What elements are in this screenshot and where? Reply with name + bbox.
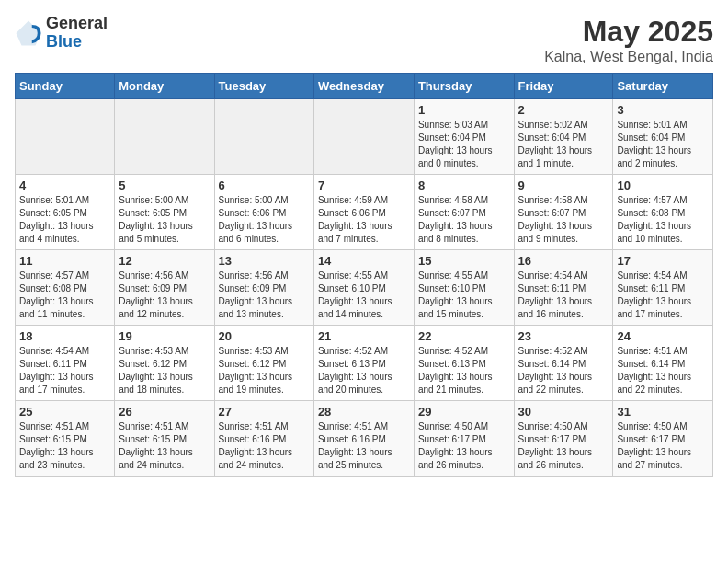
calendar-cell: 3Sunrise: 5:01 AM Sunset: 6:04 PM Daylig… bbox=[613, 99, 713, 175]
calendar-table: SundayMondayTuesdayWednesdayThursdayFrid… bbox=[15, 73, 713, 477]
day-info: Sunrise: 4:58 AM Sunset: 6:07 PM Dayligh… bbox=[518, 194, 609, 246]
calendar-cell: 10Sunrise: 4:57 AM Sunset: 6:08 PM Dayli… bbox=[613, 175, 713, 250]
day-info: Sunrise: 4:54 AM Sunset: 6:11 PM Dayligh… bbox=[518, 270, 609, 321]
calendar-cell: 14Sunrise: 4:55 AM Sunset: 6:10 PM Dayli… bbox=[313, 250, 414, 326]
calendar-cell: 18Sunrise: 4:54 AM Sunset: 6:11 PM Dayli… bbox=[16, 326, 115, 401]
day-info: Sunrise: 4:51 AM Sunset: 6:16 PM Dayligh… bbox=[219, 420, 310, 472]
day-number: 16 bbox=[518, 254, 609, 268]
calendar-cell: 5Sunrise: 5:00 AM Sunset: 6:05 PM Daylig… bbox=[115, 175, 214, 250]
calendar-cell: 17Sunrise: 4:54 AM Sunset: 6:11 PM Dayli… bbox=[613, 250, 713, 326]
day-number: 14 bbox=[318, 254, 410, 268]
calendar-cell: 7Sunrise: 4:59 AM Sunset: 6:06 PM Daylig… bbox=[313, 175, 414, 250]
calendar-cell: 26Sunrise: 4:51 AM Sunset: 6:15 PM Dayli… bbox=[115, 401, 214, 477]
day-number: 22 bbox=[418, 329, 510, 343]
day-number: 21 bbox=[318, 329, 410, 343]
day-info: Sunrise: 4:55 AM Sunset: 6:10 PM Dayligh… bbox=[318, 270, 410, 321]
day-number: 25 bbox=[19, 405, 110, 419]
logo-blue-text: Blue bbox=[46, 33, 108, 52]
day-number: 9 bbox=[518, 178, 609, 192]
day-number: 24 bbox=[617, 329, 709, 343]
day-info: Sunrise: 4:56 AM Sunset: 6:09 PM Dayligh… bbox=[119, 270, 210, 321]
calendar-cell bbox=[16, 99, 115, 175]
title-section: May 2025 Kalna, West Bengal, India bbox=[544, 15, 713, 65]
weekday-header-row: SundayMondayTuesdayWednesdayThursdayFrid… bbox=[16, 74, 713, 99]
day-info: Sunrise: 4:54 AM Sunset: 6:11 PM Dayligh… bbox=[617, 270, 709, 321]
logo: General Blue bbox=[15, 15, 108, 52]
calendar-cell: 8Sunrise: 4:58 AM Sunset: 6:07 PM Daylig… bbox=[414, 175, 514, 250]
logo-general: General bbox=[46, 15, 108, 33]
day-info: Sunrise: 5:03 AM Sunset: 6:04 PM Dayligh… bbox=[418, 119, 510, 170]
calendar-cell bbox=[115, 99, 214, 175]
day-info: Sunrise: 4:51 AM Sunset: 6:15 PM Dayligh… bbox=[119, 420, 210, 472]
day-info: Sunrise: 4:55 AM Sunset: 6:10 PM Dayligh… bbox=[418, 270, 510, 321]
day-number: 3 bbox=[617, 103, 709, 117]
day-number: 29 bbox=[418, 405, 510, 419]
calendar-cell: 19Sunrise: 4:53 AM Sunset: 6:12 PM Dayli… bbox=[115, 326, 214, 401]
calendar-cell: 20Sunrise: 4:53 AM Sunset: 6:12 PM Dayli… bbox=[214, 326, 313, 401]
calendar-cell: 9Sunrise: 4:58 AM Sunset: 6:07 PM Daylig… bbox=[514, 175, 613, 250]
calendar-cell: 22Sunrise: 4:52 AM Sunset: 6:13 PM Dayli… bbox=[414, 326, 514, 401]
calendar-cell: 28Sunrise: 4:51 AM Sunset: 6:16 PM Dayli… bbox=[313, 401, 414, 477]
day-number: 23 bbox=[518, 329, 609, 343]
calendar-cell: 25Sunrise: 4:51 AM Sunset: 6:15 PM Dayli… bbox=[16, 401, 115, 477]
logo-text: General Blue bbox=[46, 15, 108, 52]
calendar-cell: 2Sunrise: 5:02 AM Sunset: 6:04 PM Daylig… bbox=[514, 99, 613, 175]
day-info: Sunrise: 4:53 AM Sunset: 6:12 PM Dayligh… bbox=[219, 345, 310, 396]
day-info: Sunrise: 4:51 AM Sunset: 6:15 PM Dayligh… bbox=[19, 420, 110, 472]
day-number: 28 bbox=[318, 405, 410, 419]
day-info: Sunrise: 4:56 AM Sunset: 6:09 PM Dayligh… bbox=[219, 270, 310, 321]
day-number: 15 bbox=[418, 254, 510, 268]
day-info: Sunrise: 4:59 AM Sunset: 6:06 PM Dayligh… bbox=[318, 194, 410, 246]
header: General Blue May 2025 Kalna, West Bengal… bbox=[15, 15, 713, 65]
calendar-cell: 29Sunrise: 4:50 AM Sunset: 6:17 PM Dayli… bbox=[414, 401, 514, 477]
calendar-week-row: 1Sunrise: 5:03 AM Sunset: 6:04 PM Daylig… bbox=[16, 99, 713, 175]
calendar-cell: 30Sunrise: 4:50 AM Sunset: 6:17 PM Dayli… bbox=[514, 401, 613, 477]
day-info: Sunrise: 4:52 AM Sunset: 6:14 PM Dayligh… bbox=[518, 345, 609, 396]
day-number: 17 bbox=[617, 254, 709, 268]
weekday-header-wednesday: Wednesday bbox=[313, 74, 414, 99]
day-number: 19 bbox=[119, 329, 210, 343]
calendar-cell: 4Sunrise: 5:01 AM Sunset: 6:05 PM Daylig… bbox=[16, 175, 115, 250]
day-info: Sunrise: 5:00 AM Sunset: 6:06 PM Dayligh… bbox=[219, 194, 310, 246]
day-number: 4 bbox=[19, 178, 110, 192]
day-info: Sunrise: 4:54 AM Sunset: 6:11 PM Dayligh… bbox=[19, 345, 110, 396]
day-number: 11 bbox=[19, 254, 110, 268]
logo-icon bbox=[15, 19, 42, 47]
day-info: Sunrise: 4:52 AM Sunset: 6:13 PM Dayligh… bbox=[318, 345, 410, 396]
day-info: Sunrise: 4:53 AM Sunset: 6:12 PM Dayligh… bbox=[119, 345, 210, 396]
weekday-header-sunday: Sunday bbox=[16, 74, 115, 99]
day-info: Sunrise: 5:02 AM Sunset: 6:04 PM Dayligh… bbox=[518, 119, 609, 170]
svg-marker-0 bbox=[17, 20, 41, 45]
day-number: 2 bbox=[518, 103, 609, 117]
calendar-cell: 31Sunrise: 4:50 AM Sunset: 6:17 PM Dayli… bbox=[613, 401, 713, 477]
day-info: Sunrise: 4:57 AM Sunset: 6:08 PM Dayligh… bbox=[617, 194, 709, 246]
weekday-header-thursday: Thursday bbox=[414, 74, 514, 99]
weekday-header-tuesday: Tuesday bbox=[214, 74, 313, 99]
calendar-cell: 13Sunrise: 4:56 AM Sunset: 6:09 PM Dayli… bbox=[214, 250, 313, 326]
calendar-header: SundayMondayTuesdayWednesdayThursdayFrid… bbox=[16, 74, 713, 99]
day-info: Sunrise: 4:51 AM Sunset: 6:16 PM Dayligh… bbox=[318, 420, 410, 472]
calendar-cell: 11Sunrise: 4:57 AM Sunset: 6:08 PM Dayli… bbox=[16, 250, 115, 326]
day-number: 18 bbox=[19, 329, 110, 343]
day-info: Sunrise: 4:58 AM Sunset: 6:07 PM Dayligh… bbox=[418, 194, 510, 246]
calendar-week-row: 11Sunrise: 4:57 AM Sunset: 6:08 PM Dayli… bbox=[16, 250, 713, 326]
calendar-cell: 15Sunrise: 4:55 AM Sunset: 6:10 PM Dayli… bbox=[414, 250, 514, 326]
day-number: 8 bbox=[418, 178, 510, 192]
day-number: 10 bbox=[617, 178, 709, 192]
day-info: Sunrise: 4:50 AM Sunset: 6:17 PM Dayligh… bbox=[418, 420, 510, 472]
day-number: 30 bbox=[518, 405, 609, 419]
calendar-cell: 21Sunrise: 4:52 AM Sunset: 6:13 PM Dayli… bbox=[313, 326, 414, 401]
calendar-cell: 6Sunrise: 5:00 AM Sunset: 6:06 PM Daylig… bbox=[214, 175, 313, 250]
calendar-cell: 24Sunrise: 4:51 AM Sunset: 6:14 PM Dayli… bbox=[613, 326, 713, 401]
day-number: 12 bbox=[119, 254, 210, 268]
day-number: 27 bbox=[219, 405, 310, 419]
weekday-header-monday: Monday bbox=[115, 74, 214, 99]
day-info: Sunrise: 5:00 AM Sunset: 6:05 PM Dayligh… bbox=[119, 194, 210, 246]
day-info: Sunrise: 4:51 AM Sunset: 6:14 PM Dayligh… bbox=[617, 345, 709, 396]
calendar-week-row: 25Sunrise: 4:51 AM Sunset: 6:15 PM Dayli… bbox=[16, 401, 713, 477]
calendar-cell bbox=[313, 99, 414, 175]
calendar-cell bbox=[214, 99, 313, 175]
day-number: 5 bbox=[119, 178, 210, 192]
weekday-header-friday: Friday bbox=[514, 74, 613, 99]
calendar-week-row: 18Sunrise: 4:54 AM Sunset: 6:11 PM Dayli… bbox=[16, 326, 713, 401]
